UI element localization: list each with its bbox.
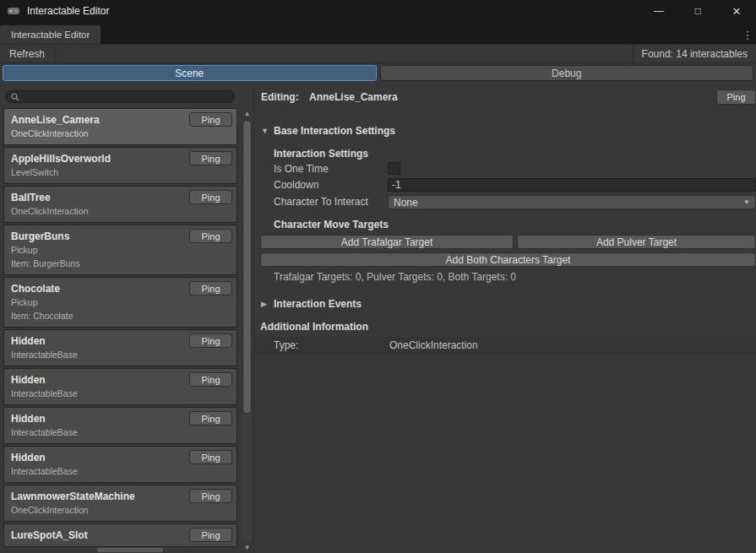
list-item[interactable]: BurgerBuns PickupItem: BurgerBuns Ping bbox=[3, 225, 237, 275]
maximize-button[interactable]: □ bbox=[678, 0, 717, 22]
list-item-subline: Item: Chocolate bbox=[11, 309, 230, 323]
type-label: Type: bbox=[274, 339, 298, 351]
view-tab-bar: Scene Debug bbox=[0, 63, 756, 83]
is-one-time-label: Is One Time bbox=[274, 162, 329, 176]
list-item[interactable]: Chocolate PickupItem: Chocolate Ping bbox=[3, 277, 237, 328]
list-item[interactable]: Hidden InteractableBase Ping bbox=[3, 407, 237, 444]
list-item[interactable]: AppleHillsOverworld LevelSwitch Ping bbox=[3, 147, 237, 184]
inspector-panel: Editing: AnneLise_Camera Ping ▼ Base Int… bbox=[253, 84, 756, 553]
editing-value: AnneLise_Camera bbox=[309, 91, 398, 103]
scroll-up-icon[interactable]: ▲ bbox=[241, 108, 253, 118]
additional-information-header: Additional Information bbox=[260, 321, 756, 333]
list-item-subline: OneClickInteraction bbox=[11, 503, 230, 517]
list-item[interactable]: BallTree OneClickInteraction Ping bbox=[3, 186, 237, 223]
move-target-buttons-row: Add Trafalgar Target Add Pulver Target bbox=[254, 235, 756, 249]
add-trafalgar-target-button[interactable]: Add Trafalgar Target bbox=[260, 235, 514, 249]
list-item-subline: LevelSwitch bbox=[11, 165, 230, 179]
toolbar: Refresh Found: 14 interactables bbox=[0, 44, 756, 63]
list-item[interactable]: Hidden InteractableBase Ping bbox=[3, 329, 237, 366]
titlebar: Interactable Editor — □ ✕ bbox=[0, 0, 756, 22]
list-item[interactable]: LureSpotA_Slot Ping bbox=[3, 523, 237, 547]
character-to-interact-row: Character To Interact None ▼ bbox=[254, 195, 756, 209]
cooldown-input[interactable] bbox=[388, 178, 756, 192]
ping-button[interactable]: Ping bbox=[189, 229, 232, 243]
tab-interactable-editor[interactable]: Interactable Editor bbox=[0, 25, 101, 44]
toolbar-spacer bbox=[55, 45, 633, 62]
ping-button[interactable]: Ping bbox=[189, 528, 232, 542]
foldout-label: Base Interaction Settings bbox=[274, 125, 395, 137]
search-icon bbox=[11, 93, 19, 101]
add-both-row: Add Both Characters Target bbox=[254, 252, 756, 267]
tab-menu-icon[interactable]: ⋮ bbox=[739, 25, 756, 44]
interaction-events-foldout[interactable]: ▶ Interaction Events bbox=[261, 298, 749, 310]
list-item-sublines: OneClickInteraction bbox=[11, 204, 230, 218]
close-button[interactable]: ✕ bbox=[717, 0, 756, 22]
list-item-subline: InteractableBase bbox=[11, 426, 230, 439]
list-item-sublines: LevelSwitch bbox=[11, 165, 230, 179]
list-item[interactable]: AnneLise_Camera OneClickInteraction Ping bbox=[3, 108, 237, 145]
list-item-subline: OneClickInteraction bbox=[11, 127, 230, 140]
list-item-sublines: InteractableBase bbox=[11, 426, 230, 439]
scrollbar-thumb[interactable] bbox=[242, 120, 252, 414]
list-item-sublines: InteractableBase bbox=[11, 348, 230, 361]
interaction-settings-header: Interaction Settings bbox=[274, 148, 756, 160]
foldout-open-icon: ▼ bbox=[261, 127, 269, 135]
ping-button[interactable]: Ping bbox=[189, 450, 232, 464]
ping-button[interactable]: Ping bbox=[189, 489, 232, 503]
ping-button[interactable]: Ping bbox=[189, 281, 232, 295]
refresh-button[interactable]: Refresh bbox=[0, 45, 55, 62]
list-item-subline: Pickup bbox=[11, 243, 230, 257]
ping-button[interactable]: Ping bbox=[189, 151, 232, 165]
tab-debug[interactable]: Debug bbox=[380, 65, 754, 81]
list-item-sublines: OneClickInteraction bbox=[11, 503, 230, 517]
list-item-subline: Pickup bbox=[11, 295, 230, 309]
interactable-list: AnneLise_Camera OneClickInteraction Ping… bbox=[3, 108, 237, 553]
scene-list-panel: × AnneLise_Camera OneClickInteraction Pi… bbox=[0, 84, 241, 553]
list-item-sublines: OneClickInteraction bbox=[11, 127, 230, 140]
list-item-sublines: PickupItem: BurgerBuns bbox=[11, 243, 230, 270]
character-to-interact-label: Character To Interact bbox=[274, 195, 368, 209]
tab-scene[interactable]: Scene bbox=[3, 65, 377, 81]
character-to-interact-dropdown[interactable]: None ▼ bbox=[388, 195, 756, 209]
list-item-subline: Item: BurgerBuns bbox=[11, 257, 230, 270]
targets-summary-label: Trafalgar Targets: 0, Pulver Targets: 0,… bbox=[274, 271, 756, 283]
cooldown-label: Cooldown bbox=[274, 178, 318, 192]
chevron-down-icon: ▼ bbox=[743, 198, 750, 206]
ping-button[interactable]: Ping bbox=[189, 372, 232, 387]
character-move-targets-header: Character Move Targets bbox=[274, 219, 756, 230]
minimize-button[interactable]: — bbox=[639, 0, 678, 22]
list-item-subline: OneClickInteraction bbox=[11, 204, 230, 218]
list-item-sublines: PickupItem: Chocolate bbox=[11, 295, 230, 323]
horizontal-scrollbar-thumb[interactable] bbox=[97, 548, 163, 552]
list-item[interactable]: LawnmowerStateMachine OneClickInteractio… bbox=[3, 485, 237, 522]
ping-button[interactable]: Ping bbox=[189, 333, 232, 348]
editing-label: Editing: bbox=[261, 91, 299, 103]
dropdown-value: None bbox=[394, 197, 418, 209]
cooldown-row: Cooldown bbox=[254, 178, 756, 192]
ping-button[interactable]: Ping bbox=[189, 112, 232, 127]
main-content: × AnneLise_Camera OneClickInteraction Pi… bbox=[0, 84, 756, 553]
list-item-subline: InteractableBase bbox=[11, 464, 230, 478]
list-item[interactable]: Hidden InteractableBase Ping bbox=[3, 446, 237, 483]
found-count-label: Found: 14 interactables bbox=[633, 45, 756, 62]
scroll-down-icon[interactable]: ▼ bbox=[241, 542, 253, 552]
list-item-subline: InteractableBase bbox=[11, 348, 230, 361]
is-one-time-checkbox[interactable] bbox=[388, 162, 400, 175]
editing-row: Editing: AnneLise_Camera Ping bbox=[254, 89, 756, 106]
base-interaction-settings-foldout[interactable]: ▼ Base Interaction Settings bbox=[261, 125, 749, 137]
list-item[interactable]: Hidden InteractableBase Ping bbox=[3, 368, 237, 405]
interactable-editor-window: Interactable Editor — □ ✕ Interactable E… bbox=[0, 0, 756, 553]
ping-button[interactable]: Ping bbox=[189, 411, 232, 426]
add-pulver-target-button[interactable]: Add Pulver Target bbox=[517, 235, 756, 249]
window-controls: — □ ✕ bbox=[639, 0, 756, 22]
search-input[interactable] bbox=[19, 91, 229, 102]
app-icon bbox=[7, 4, 20, 18]
ping-button[interactable]: Ping bbox=[189, 190, 232, 204]
foldout-closed-icon: ▶ bbox=[261, 300, 269, 308]
ping-button[interactable]: Ping bbox=[716, 89, 756, 105]
vertical-scrollbar[interactable]: ▲ ▼ bbox=[241, 84, 253, 553]
type-value: OneClickInteraction bbox=[389, 339, 478, 351]
foldout-label: Interaction Events bbox=[274, 298, 362, 310]
add-both-characters-target-button[interactable]: Add Both Characters Target bbox=[260, 252, 756, 267]
search-field[interactable] bbox=[5, 90, 235, 103]
